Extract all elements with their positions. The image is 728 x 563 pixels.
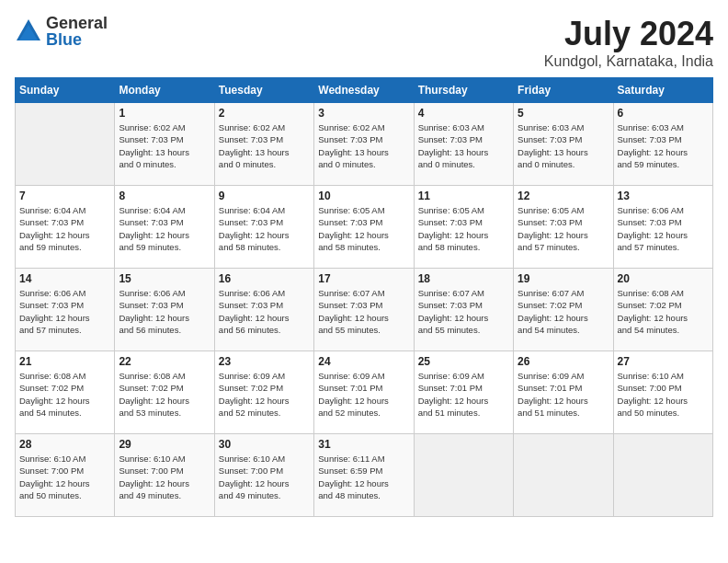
day-number: 7 (19, 190, 110, 202)
logo-icon (15, 17, 42, 45)
calendar-header-row: SundayMondayTuesdayWednesdayThursdayFrid… (16, 78, 713, 103)
day-number: 29 (119, 438, 210, 451)
day-number: 30 (219, 438, 310, 451)
calendar-cell: 9Sunrise: 6:04 AMSunset: 7:03 PMDaylight… (214, 186, 313, 269)
day-number: 22 (119, 355, 210, 368)
day-info: Sunrise: 6:05 AMSunset: 7:03 PMDaylight:… (518, 204, 609, 253)
day-info: Sunrise: 6:03 AMSunset: 7:03 PMDaylight:… (618, 121, 709, 170)
title-section: July 2024 Kundgol, Karnataka, India (544, 15, 713, 70)
day-info: Sunrise: 6:09 AMSunset: 7:01 PMDaylight:… (518, 370, 609, 419)
calendar-cell: 4Sunrise: 6:03 AMSunset: 7:03 PMDaylight… (414, 103, 513, 186)
day-info: Sunrise: 6:04 AMSunset: 7:03 PMDaylight:… (19, 204, 110, 253)
calendar-cell: 24Sunrise: 6:09 AMSunset: 7:01 PMDayligh… (314, 351, 414, 434)
calendar-cell: 27Sunrise: 6:10 AMSunset: 7:00 PMDayligh… (613, 351, 712, 434)
day-number: 10 (318, 190, 409, 202)
calendar-cell: 18Sunrise: 6:07 AMSunset: 7:03 PMDayligh… (414, 269, 513, 351)
day-info: Sunrise: 6:07 AMSunset: 7:02 PMDaylight:… (518, 287, 609, 336)
calendar-cell: 3Sunrise: 6:02 AMSunset: 7:03 PMDaylight… (314, 103, 414, 186)
calendar-cell: 22Sunrise: 6:08 AMSunset: 7:02 PMDayligh… (115, 351, 214, 434)
month-title: July 2024 (544, 15, 713, 53)
calendar-cell: 14Sunrise: 6:06 AMSunset: 7:03 PMDayligh… (16, 269, 115, 351)
day-info: Sunrise: 6:10 AMSunset: 7:00 PMDaylight:… (19, 453, 110, 501)
calendar-cell: 17Sunrise: 6:07 AMSunset: 7:03 PMDayligh… (314, 269, 414, 351)
day-number: 31 (318, 438, 409, 451)
day-number: 3 (318, 107, 409, 120)
calendar-cell: 25Sunrise: 6:09 AMSunset: 7:01 PMDayligh… (414, 351, 513, 434)
day-info: Sunrise: 6:03 AMSunset: 7:03 PMDaylight:… (418, 121, 509, 170)
calendar-week-row: 21Sunrise: 6:08 AMSunset: 7:02 PMDayligh… (16, 351, 713, 434)
day-info: Sunrise: 6:02 AMSunset: 7:03 PMDaylight:… (219, 121, 310, 170)
day-info: Sunrise: 6:07 AMSunset: 7:03 PMDaylight:… (318, 287, 409, 336)
day-info: Sunrise: 6:10 AMSunset: 7:00 PMDaylight:… (618, 370, 709, 419)
day-info: Sunrise: 6:03 AMSunset: 7:03 PMDaylight:… (518, 121, 609, 170)
day-number: 15 (119, 272, 210, 285)
day-number: 27 (618, 355, 709, 368)
calendar-cell: 29Sunrise: 6:10 AMSunset: 7:00 PMDayligh… (115, 434, 214, 517)
day-info: Sunrise: 6:06 AMSunset: 7:03 PMDaylight:… (19, 287, 110, 336)
calendar-week-row: 1Sunrise: 6:02 AMSunset: 7:03 PMDaylight… (16, 103, 713, 186)
calendar-day-header: Tuesday (214, 78, 313, 103)
day-number: 8 (119, 190, 210, 202)
calendar-cell: 12Sunrise: 6:05 AMSunset: 7:03 PMDayligh… (514, 186, 613, 269)
day-info: Sunrise: 6:04 AMSunset: 7:03 PMDaylight:… (119, 204, 210, 253)
calendar-week-row: 7Sunrise: 6:04 AMSunset: 7:03 PMDaylight… (16, 186, 713, 269)
day-info: Sunrise: 6:10 AMSunset: 7:00 PMDaylight:… (219, 453, 310, 501)
calendar-cell: 2Sunrise: 6:02 AMSunset: 7:03 PMDaylight… (214, 103, 313, 186)
day-number: 25 (418, 355, 509, 368)
calendar-cell: 7Sunrise: 6:04 AMSunset: 7:03 PMDaylight… (16, 186, 115, 269)
day-number: 17 (318, 272, 409, 285)
day-info: Sunrise: 6:08 AMSunset: 7:02 PMDaylight:… (618, 287, 709, 336)
calendar-cell (16, 103, 115, 186)
calendar-day-header: Thursday (414, 78, 513, 103)
day-number: 13 (618, 190, 709, 202)
day-info: Sunrise: 6:10 AMSunset: 7:00 PMDaylight:… (119, 453, 210, 501)
day-number: 14 (19, 272, 110, 285)
day-info: Sunrise: 6:02 AMSunset: 7:03 PMDaylight:… (318, 121, 409, 170)
calendar-day-header: Wednesday (314, 78, 414, 103)
calendar-cell (414, 434, 513, 517)
calendar-cell: 28Sunrise: 6:10 AMSunset: 7:00 PMDayligh… (16, 434, 115, 517)
calendar-cell: 11Sunrise: 6:05 AMSunset: 7:03 PMDayligh… (414, 186, 513, 269)
day-info: Sunrise: 6:09 AMSunset: 7:01 PMDaylight:… (318, 370, 409, 419)
calendar-cell: 20Sunrise: 6:08 AMSunset: 7:02 PMDayligh… (613, 269, 712, 351)
calendar-day-header: Monday (115, 78, 214, 103)
day-number: 11 (418, 190, 509, 202)
day-info: Sunrise: 6:07 AMSunset: 7:03 PMDaylight:… (418, 287, 509, 336)
day-number: 20 (618, 272, 709, 285)
day-number: 12 (518, 190, 609, 202)
calendar-cell: 13Sunrise: 6:06 AMSunset: 7:03 PMDayligh… (613, 186, 712, 269)
calendar-cell: 21Sunrise: 6:08 AMSunset: 7:02 PMDayligh… (16, 351, 115, 434)
day-number: 28 (19, 438, 110, 451)
day-info: Sunrise: 6:11 AMSunset: 6:59 PMDaylight:… (318, 453, 409, 501)
day-number: 9 (219, 190, 310, 202)
day-info: Sunrise: 6:04 AMSunset: 7:03 PMDaylight:… (219, 204, 310, 253)
day-info: Sunrise: 6:06 AMSunset: 7:03 PMDaylight:… (219, 287, 310, 336)
day-info: Sunrise: 6:05 AMSunset: 7:03 PMDaylight:… (418, 204, 509, 253)
calendar-day-header: Saturday (613, 78, 712, 103)
day-number: 2 (219, 107, 310, 120)
day-info: Sunrise: 6:02 AMSunset: 7:03 PMDaylight:… (119, 121, 210, 170)
calendar-cell: 1Sunrise: 6:02 AMSunset: 7:03 PMDaylight… (115, 103, 214, 186)
day-number: 23 (219, 355, 310, 368)
calendar-week-row: 14Sunrise: 6:06 AMSunset: 7:03 PMDayligh… (16, 269, 713, 351)
calendar-cell: 8Sunrise: 6:04 AMSunset: 7:03 PMDaylight… (115, 186, 214, 269)
calendar-cell: 5Sunrise: 6:03 AMSunset: 7:03 PMDaylight… (514, 103, 613, 186)
logo-general-text: General (46, 15, 108, 31)
day-number: 16 (219, 272, 310, 285)
calendar-cell: 30Sunrise: 6:10 AMSunset: 7:00 PMDayligh… (214, 434, 313, 517)
day-info: Sunrise: 6:06 AMSunset: 7:03 PMDaylight:… (119, 287, 210, 336)
day-number: 24 (318, 355, 409, 368)
calendar-cell: 23Sunrise: 6:09 AMSunset: 7:02 PMDayligh… (214, 351, 313, 434)
calendar-cell (514, 434, 613, 517)
calendar-table: SundayMondayTuesdayWednesdayThursdayFrid… (15, 77, 713, 517)
logo-blue-text: Blue (46, 31, 108, 48)
day-number: 21 (19, 355, 110, 368)
calendar-cell: 6Sunrise: 6:03 AMSunset: 7:03 PMDaylight… (613, 103, 712, 186)
calendar-week-row: 28Sunrise: 6:10 AMSunset: 7:00 PMDayligh… (16, 434, 713, 517)
day-number: 18 (418, 272, 509, 285)
calendar-cell: 31Sunrise: 6:11 AMSunset: 6:59 PMDayligh… (314, 434, 414, 517)
calendar-cell: 19Sunrise: 6:07 AMSunset: 7:02 PMDayligh… (514, 269, 613, 351)
logo: General Blue (15, 15, 108, 48)
day-info: Sunrise: 6:05 AMSunset: 7:03 PMDaylight:… (318, 204, 409, 253)
calendar-cell: 15Sunrise: 6:06 AMSunset: 7:03 PMDayligh… (115, 269, 214, 351)
